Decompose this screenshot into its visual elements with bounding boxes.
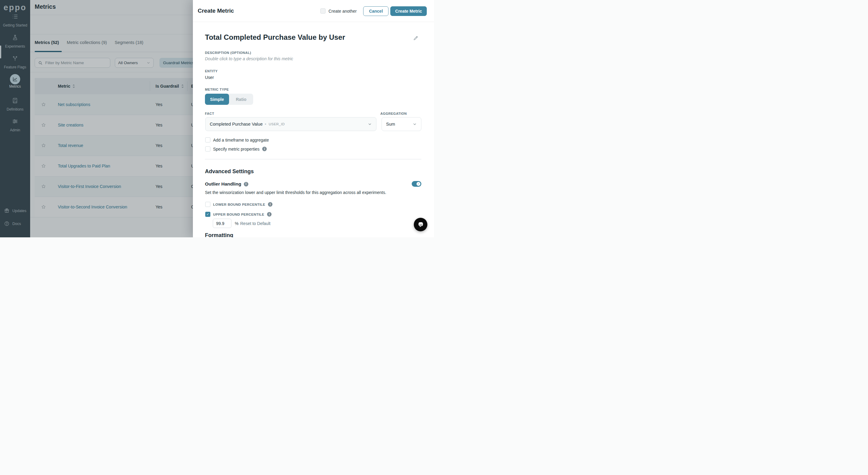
aggregation-label: AGGREGATION (380, 112, 407, 115)
upper-bound-percentile-input[interactable] (213, 219, 231, 228)
scrollbar-thumb[interactable] (0, 45, 1, 59)
outlier-description: Set the winsorization lower and upper li… (205, 190, 386, 195)
advanced-settings-heading: Advanced Settings (205, 168, 254, 175)
timeframe-checkbox[interactable] (205, 137, 210, 142)
toggle-knob: ✓ (416, 182, 421, 186)
metric-type-segmented-control: Simple Ratio (205, 94, 253, 105)
create-metric-panel: Create Metric Create another Cancel Crea… (193, 0, 434, 237)
timeframe-checkbox-row[interactable]: Add a timeframe to aggregate (205, 137, 269, 142)
entity-value: User (205, 75, 214, 80)
create-another-checkbox[interactable] (320, 8, 326, 13)
outlier-handling-toggle[interactable]: ✓ (412, 181, 421, 187)
upper-bound-label: UPPER BOUND PERCENTILE (213, 213, 264, 216)
lower-bound-label: LOWER BOUND PERCENTILE (213, 203, 265, 206)
chevron-down-icon (368, 122, 372, 126)
metric-name-title: Total Completed Purchase Value by User (205, 33, 345, 41)
panel-title: Create Metric (198, 7, 234, 14)
properties-checkbox-row[interactable]: Specify metric properties i (205, 146, 267, 151)
entity-label: ENTITY (205, 69, 218, 73)
lower-bound-checkbox[interactable] (205, 202, 210, 207)
panel-header: Create Metric Create another Cancel Crea… (193, 0, 434, 22)
lower-bound-row[interactable]: LOWER BOUND PERCENTILE i (205, 202, 273, 207)
formatting-heading: Formatting (205, 232, 233, 237)
cancel-button[interactable]: Cancel (363, 6, 389, 16)
reset-to-default-link[interactable]: Reset to Default (240, 221, 270, 226)
panel-body: Total Completed Purchase Value by User D… (193, 22, 434, 237)
timeframe-label: Add a timeframe to aggregate (213, 138, 269, 142)
fact-label: FACT (205, 112, 214, 115)
app-screen: eppo Getting Started Experiments Feature… (0, 0, 434, 237)
create-metric-button[interactable]: Create Metric (390, 6, 427, 16)
create-another-checkbox-row[interactable]: Create another (320, 8, 356, 13)
chat-launcher-button[interactable] (414, 218, 427, 231)
info-icon[interactable]: i (268, 202, 273, 207)
outlier-handling-heading: Outlier Handling i (205, 181, 248, 187)
aggregation-select[interactable]: Sum (381, 117, 421, 131)
info-icon[interactable]: i (244, 182, 248, 186)
chat-bubble-icon (417, 222, 424, 228)
chevron-down-icon (412, 122, 417, 126)
properties-label: Specify metric properties (213, 147, 259, 151)
edit-pencil-icon[interactable] (413, 35, 418, 41)
metric-type-ratio[interactable]: Ratio (229, 94, 253, 105)
separator-dot (265, 124, 266, 125)
properties-checkbox[interactable] (205, 146, 210, 151)
panel-header-actions: Create another Cancel Create Metric (320, 0, 427, 22)
metric-type-label: METRIC TYPE (205, 88, 229, 91)
percent-sign: % (235, 221, 239, 226)
aggregation-value: Sum (386, 122, 395, 127)
fact-select[interactable]: Completed Purchase Value USER_ID (205, 117, 376, 131)
fact-entity-key: USER_ID (269, 122, 284, 126)
create-another-label: Create another (329, 9, 356, 13)
upper-bound-row[interactable]: ✓ UPPER BOUND PERCENTILE i (205, 212, 272, 217)
description-label: DESCRIPTION (OPTIONAL) (205, 51, 251, 55)
info-icon[interactable]: i (262, 147, 267, 151)
info-icon[interactable]: i (267, 212, 272, 216)
fact-value: Completed Purchase Value (210, 122, 262, 127)
upper-bound-checkbox[interactable]: ✓ (205, 212, 210, 217)
description-placeholder[interactable]: Double click to type a description for t… (205, 56, 293, 61)
metric-type-simple[interactable]: Simple (205, 94, 229, 105)
section-divider (205, 159, 421, 159)
